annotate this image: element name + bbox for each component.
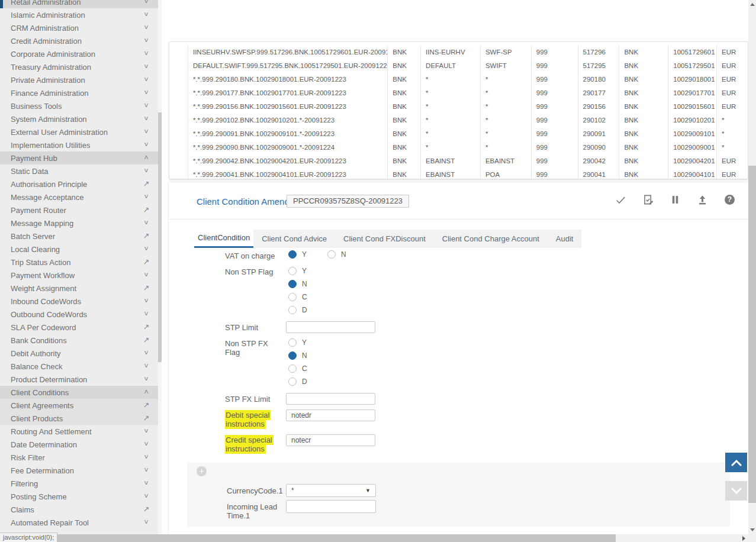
- tab[interactable]: ClientCondition: [194, 230, 253, 248]
- horizontal-scrollbar-track[interactable]: [0, 534, 748, 542]
- table-row[interactable]: *.*.999.290102.BNK.10029010201.*-2009122…: [169, 114, 748, 127]
- sidebar-item[interactable]: Message Acceptance ˅: [0, 191, 158, 204]
- radio-option[interactable]: Y: [288, 248, 307, 261]
- incoming-lead-time-input[interactable]: [286, 500, 376, 513]
- sidebar-item[interactable]: Trip Status Action ↗: [0, 256, 158, 269]
- table-row[interactable]: *.*.999.290042.BNK.10029004201.EUR-20091…: [169, 154, 748, 168]
- pause-button[interactable]: [670, 194, 681, 205]
- check-icon: [615, 194, 626, 205]
- sidebar-item[interactable]: External User Administration ˅: [0, 125, 158, 138]
- radio-icon: [288, 293, 297, 301]
- table-row[interactable]: *.*.999.290180.BNK.10029018001.EUR-20091…: [169, 73, 748, 86]
- sidebar-item[interactable]: CRM Administration ˅: [0, 21, 158, 34]
- sidebar-item[interactable]: Credit Administration ˅: [0, 34, 158, 47]
- sidebar-item[interactable]: Authorisation Principle ↗: [0, 178, 158, 191]
- sidebar-item[interactable]: Routing And Settlement ˅: [0, 425, 158, 438]
- sidebar-item[interactable]: SLA Per Codeword ↗: [0, 321, 158, 334]
- radio-option[interactable]: Y: [288, 264, 307, 278]
- scroll-to-bottom-button[interactable]: [725, 481, 747, 501]
- sidebar-item[interactable]: Fee Determination ˅: [0, 464, 158, 477]
- table-row[interactable]: *.*.999.290041.BNK.10029004101.EUR-20091…: [169, 168, 748, 179]
- sidebar-item[interactable]: Posting Scheme ˅: [0, 490, 158, 503]
- chevron-down-icon: [731, 488, 742, 495]
- sidebar-item[interactable]: Payment Workflow ˅: [0, 269, 158, 282]
- sidebar-item[interactable]: System Administration ˅: [0, 112, 158, 125]
- sidebar-item[interactable]: Product Determination ˅: [0, 373, 158, 386]
- sidebar-item[interactable]: Claims ↗: [0, 503, 158, 516]
- help-button[interactable]: ?: [724, 194, 735, 205]
- stp-fx-limit-input[interactable]: [286, 393, 375, 405]
- table-cell: *.*.999.290177.BNK.10029017701.EUR-20091…: [188, 86, 388, 100]
- stp-limit-input[interactable]: [286, 321, 375, 333]
- radio-option[interactable]: N: [288, 349, 307, 362]
- table-row[interactable]: *.*.999.290091.BNK.10029009101.*-2009122…: [169, 127, 748, 141]
- sidebar-item[interactable]: Client Conditions ˄: [0, 386, 158, 399]
- sidebar-item[interactable]: Message Mapping ˅: [0, 217, 158, 230]
- debit-special-instructions-input[interactable]: [286, 409, 375, 421]
- currency-code-select[interactable]: * ▼: [286, 484, 376, 497]
- table-cell: EUR: [717, 73, 748, 86]
- scroll-to-top-button[interactable]: [725, 453, 747, 472]
- sidebar: Retail Administration ˅ Islamic Administ…: [0, 0, 159, 534]
- scrollbar-right-arrow-icon[interactable]: [742, 536, 745, 541]
- vertical-scrollbar-thumb[interactable]: [748, 166, 756, 503]
- sidebar-item[interactable]: Static Data ˅: [0, 164, 158, 178]
- sidebar-item[interactable]: Retail Administration ˅: [0, 0, 158, 8]
- sidebar-item[interactable]: Batch Server ↗: [0, 230, 158, 243]
- credit-special-instructions-input[interactable]: [286, 434, 375, 446]
- sidebar-item[interactable]: Client Products ↗: [0, 412, 158, 425]
- sidebar-item[interactable]: Islamic Administration ˅: [0, 8, 158, 21]
- sidebar-item[interactable]: Private Administration ˅: [0, 73, 158, 86]
- table-cell: EBAINST: [421, 168, 481, 179]
- edit-notes-button[interactable]: [642, 194, 654, 205]
- sidebar-item[interactable]: Inbound CodeWords ˅: [0, 295, 158, 308]
- table-row[interactable]: *.*.999.290156.BNK.10029015601.EUR-20091…: [169, 100, 748, 114]
- radio-option[interactable]: D: [288, 304, 307, 317]
- sidebar-item[interactable]: Automated Repair Tool ˅: [0, 516, 158, 529]
- sidebar-item[interactable]: Bank Conditions ↗: [0, 334, 158, 347]
- sidebar-item[interactable]: Balance Check ˅: [0, 360, 158, 373]
- add-row-button[interactable]: +: [197, 466, 207, 476]
- sidebar-item[interactable]: Finance Administration ˅: [0, 86, 158, 99]
- sidebar-item[interactable]: Debit Authority ˅: [0, 347, 158, 360]
- sidebar-item[interactable]: Outbound CodeWords ˅: [0, 308, 158, 321]
- table-cell: 999: [532, 114, 578, 127]
- radio-option[interactable]: C: [288, 362, 307, 375]
- table-row[interactable]: DEFAULT.SWIFT.999.517295.BNK.10051729501…: [169, 59, 748, 73]
- horizontal-scrollbar-thumb[interactable]: [0, 534, 616, 542]
- radio-option[interactable]: Y: [288, 336, 307, 349]
- radio-option[interactable]: C: [288, 291, 307, 304]
- radio-option[interactable]: N: [288, 278, 307, 291]
- sidebar-item[interactable]: Date Determination ˅: [0, 438, 158, 451]
- sidebar-item[interactable]: Weight Assignment ↗: [0, 282, 158, 295]
- table-cell: BNK: [619, 114, 668, 127]
- sidebar-item[interactable]: Client Agreements ↗: [0, 399, 158, 412]
- table-row[interactable]: IINSEURHV.SWFSP.999.517296.BNK.100517296…: [169, 46, 748, 59]
- tab[interactable]: Client Cond FXDiscount: [335, 230, 434, 248]
- sidebar-item[interactable]: Treasury Administration ˅: [0, 60, 158, 73]
- sidebar-item[interactable]: Risk Filter ˅: [0, 451, 158, 464]
- vertical-scrollbar-track[interactable]: [748, 0, 756, 534]
- field-label-non-stp-flag: Non STP Flag: [225, 267, 287, 276]
- tab[interactable]: Client Cond Advice: [253, 230, 335, 248]
- sidebar-item[interactable]: Payment Hub ˄: [0, 151, 158, 164]
- sidebar-item[interactable]: Corporate Administration ˅: [0, 47, 158, 60]
- table-cell: BNK: [619, 59, 668, 73]
- sidebar-item[interactable]: Business Tools ˅: [0, 99, 158, 112]
- upload-button[interactable]: [697, 194, 708, 205]
- tab[interactable]: Audit: [548, 230, 582, 248]
- confirm-button[interactable]: [615, 194, 626, 205]
- table-cell: 10029010201: [668, 114, 717, 127]
- sidebar-item[interactable]: Filtering ˅: [0, 477, 158, 490]
- tab[interactable]: Client Cond Charge Account: [434, 230, 548, 248]
- scrollbar-up-arrow-icon[interactable]: [750, 3, 755, 6]
- table-row[interactable]: *.*.999.290177.BNK.10029017701.EUR-20091…: [169, 86, 748, 100]
- record-reference-badge: PPCCR093575Z8SQ-20091223: [287, 195, 409, 208]
- sidebar-item[interactable]: Implementation Utilities ˅: [0, 138, 158, 151]
- sidebar-item[interactable]: Payment Router ↗: [0, 204, 158, 217]
- sidebar-item[interactable]: Local Clearing ˅: [0, 243, 158, 256]
- radio-option[interactable]: N: [327, 248, 346, 261]
- scrollbar-down-arrow-icon[interactable]: [750, 528, 755, 531]
- table-row[interactable]: *.*.999.290090.BNK.10029009001.*-2009122…: [169, 141, 748, 154]
- radio-option[interactable]: D: [288, 375, 307, 388]
